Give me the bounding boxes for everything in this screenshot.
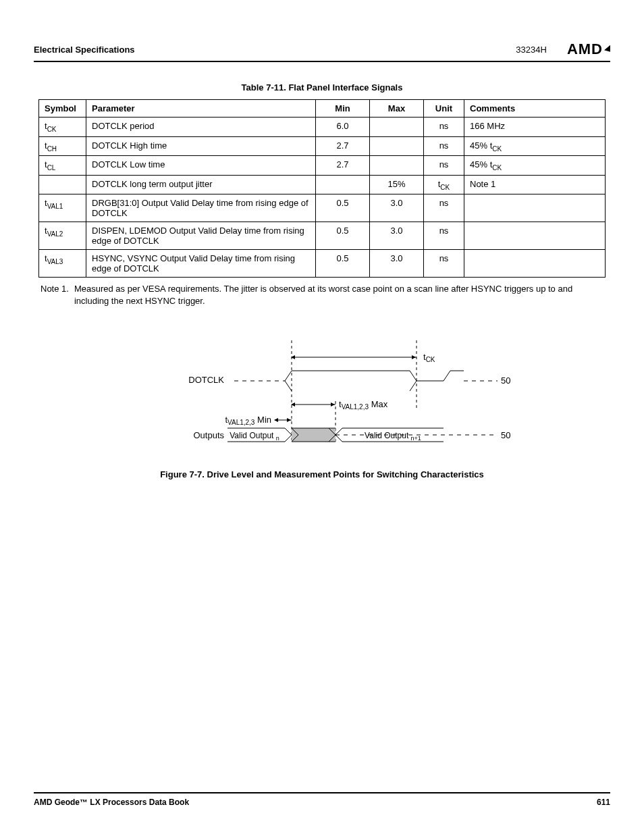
- col-unit: Unit: [424, 100, 464, 118]
- cell-param: DRGB[31:0] Output Valid Delay time from …: [86, 194, 316, 222]
- svg-text:tVAL1,2,3 Max: tVAL1,2,3 Max: [339, 399, 388, 411]
- cell-max: [370, 136, 424, 156]
- cell-min: [316, 175, 370, 194]
- cell-unit: ns: [424, 222, 464, 250]
- svg-text:Valid Output n: Valid Output n: [230, 431, 279, 442]
- note-label: Note 1.: [41, 283, 69, 307]
- cell-unit: tCK: [424, 175, 464, 194]
- doc-number: 33234H: [516, 45, 547, 55]
- cell-min: 0.5: [316, 194, 370, 222]
- table-title: Table 7-11. Flat Panel Interface Signals: [34, 82, 610, 93]
- cell-symbol: tVAL3: [39, 250, 86, 278]
- svg-text:50%: 50%: [501, 430, 511, 440]
- cell-max: [370, 118, 424, 137]
- cell-unit: ns: [424, 250, 464, 278]
- cell-symbol: tCK: [39, 118, 86, 137]
- cell-param: DOTCLK Low time: [86, 156, 316, 176]
- logo-arrow-icon: [604, 45, 610, 53]
- svg-text:tCK: tCK: [423, 352, 435, 363]
- cell-unit: ns: [424, 194, 464, 222]
- svg-line-8: [410, 381, 417, 391]
- col-parameter: Parameter: [86, 100, 316, 118]
- cell-param: HSYNC, VSYNC Output Valid Delay time fro…: [86, 250, 316, 278]
- cell-symbol: [39, 175, 86, 194]
- cell-max: 3.0: [370, 250, 424, 278]
- cell-unit: ns: [424, 118, 464, 137]
- figure-title: Figure 7-7. Drive Level and Measurement …: [133, 469, 511, 479]
- cell-comments: 45% tCK: [464, 136, 606, 156]
- table-row: tCK DOTCLK period 6.0 ns 166 MHz: [39, 118, 606, 137]
- cell-comments: Note 1: [464, 175, 606, 194]
- cell-min: 0.5: [316, 250, 370, 278]
- cell-min: 2.7: [316, 136, 370, 156]
- cell-param: DOTCLK High time: [86, 136, 316, 156]
- cell-min: 0.5: [316, 222, 370, 250]
- timing-diagram-svg: tCK DOTCLK 50% tVAL1,2,3 Max tVAL1,2,3 M…: [133, 340, 511, 455]
- page-footer: AMD Geode™ LX Processors Data Book 611: [34, 792, 610, 807]
- cell-comments: [464, 250, 606, 278]
- footer-book-title: AMD Geode™ LX Processors Data Book: [34, 798, 189, 807]
- table-header-row: Symbol Parameter Min Max Unit Comments: [39, 100, 606, 118]
- cell-comments: [464, 222, 606, 250]
- cell-symbol: tCL: [39, 156, 86, 176]
- col-comments: Comments: [464, 100, 606, 118]
- cell-param: DISPEN, LDEMOD Output Valid Delay time f…: [86, 222, 316, 250]
- cell-min: 6.0: [316, 118, 370, 137]
- cell-comments: 45% tCK: [464, 156, 606, 176]
- cell-symbol: tVAL2: [39, 222, 86, 250]
- col-symbol: Symbol: [39, 100, 86, 118]
- svg-text:DOTCLK: DOTCLK: [188, 375, 224, 385]
- table-row: tVAL1 DRGB[31:0] Output Valid Delay time…: [39, 194, 606, 222]
- signals-table: Symbol Parameter Min Max Unit Comments t…: [38, 99, 606, 278]
- svg-text:Outputs: Outputs: [193, 430, 224, 440]
- table-row: DOTCLK long term output jitter 15% tCK N…: [39, 175, 606, 194]
- table-row: tVAL3 HSYNC, VSYNC Output Valid Delay ti…: [39, 250, 606, 278]
- cell-unit: ns: [424, 136, 464, 156]
- col-min: Min: [316, 100, 370, 118]
- timing-figure: tCK DOTCLK 50% tVAL1,2,3 Max tVAL1,2,3 M…: [133, 340, 511, 479]
- table-row: tCL DOTCLK Low time 2.7 ns 45% tCK: [39, 156, 606, 176]
- table-row: tCH DOTCLK High time 2.7 ns 45% tCK: [39, 136, 606, 156]
- page-header: Electrical Specifications 33234H AMD: [34, 41, 610, 62]
- cell-max: [370, 156, 424, 176]
- cell-symbol: tCH: [39, 136, 86, 156]
- amd-logo: AMD: [567, 41, 610, 58]
- header-right: 33234H AMD: [516, 41, 610, 58]
- logo-text: AMD: [567, 41, 603, 58]
- cell-min: 2.7: [316, 156, 370, 176]
- cell-max: 3.0: [370, 222, 424, 250]
- cell-symbol: tVAL1: [39, 194, 86, 222]
- svg-text:tVAL1,2,3 Min: tVAL1,2,3 Min: [225, 415, 271, 426]
- cell-param: DOTCLK period: [86, 118, 316, 137]
- svg-line-7: [285, 381, 292, 391]
- cell-comments: 166 MHz: [464, 118, 606, 137]
- cell-unit: ns: [424, 156, 464, 176]
- col-max: Max: [370, 100, 424, 118]
- svg-text:50%: 50%: [501, 375, 511, 386]
- cell-param: DOTCLK long term output jitter: [86, 175, 316, 194]
- cell-max: 15%: [370, 175, 424, 194]
- svg-text:Valid Output n+1: Valid Output n+1: [365, 431, 421, 442]
- table-row: tVAL2 DISPEN, LDEMOD Output Valid Delay …: [39, 222, 606, 250]
- cell-comments: [464, 194, 606, 222]
- note-block: Note 1. Measured as per VESA requirement…: [41, 283, 603, 307]
- cell-max: 3.0: [370, 194, 424, 222]
- note-text: Measured as per VESA requirements. The j…: [74, 283, 603, 307]
- section-title: Electrical Specifications: [34, 45, 135, 55]
- footer-page-number: 611: [597, 798, 610, 807]
